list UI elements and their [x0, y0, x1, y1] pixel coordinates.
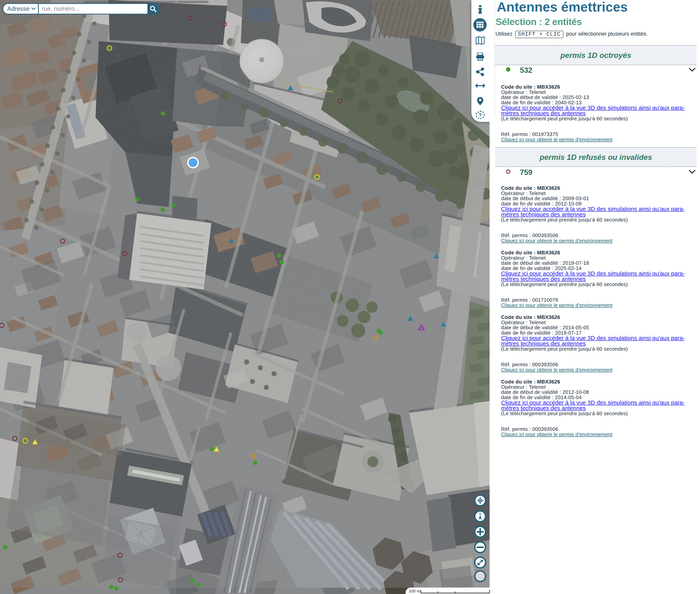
svg-text:?: ?: [479, 112, 482, 118]
svg-text:N: N: [479, 512, 481, 515]
